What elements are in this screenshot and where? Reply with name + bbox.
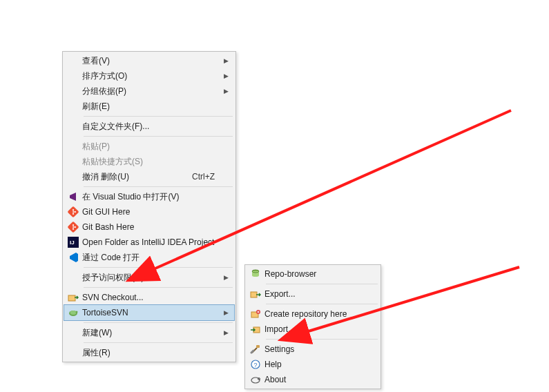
menu-item-label: Git GUI Here xyxy=(82,207,220,217)
separator xyxy=(84,267,233,268)
separator xyxy=(84,116,233,117)
svg-rect-18 xyxy=(251,292,257,297)
repo-browser-icon xyxy=(247,268,264,280)
svg-marker-11 xyxy=(70,253,78,262)
menu-item-label: 查看(V) xyxy=(82,55,220,67)
menu-item-label: 刷新(E) xyxy=(82,101,220,112)
menu-item-undo-delete[interactable]: 撤消 删除(U) Ctrl+Z xyxy=(64,169,234,184)
menu-item-properties[interactable]: 属性(R) xyxy=(64,345,234,360)
menu-item-open-visual-studio[interactable]: 在 Visual Studio 中打开(V) xyxy=(64,189,234,204)
separator xyxy=(84,287,233,288)
menu-item-label: 粘贴(P) xyxy=(82,141,220,153)
chevron-right-icon: ▶ xyxy=(224,88,229,95)
menu-item-label: Settings xyxy=(264,344,365,354)
menu-item-tortoisesvn[interactable]: TortoiseSVN ▶ xyxy=(64,304,235,321)
svn-checkout-icon xyxy=(64,292,82,303)
menu-item-view[interactable]: 查看(V) ▶ xyxy=(64,53,234,68)
git-icon xyxy=(64,206,82,217)
svg-point-15 xyxy=(76,311,78,313)
menu-item-paste-shortcut: 粘贴快捷方式(S) xyxy=(64,154,234,169)
separator xyxy=(266,339,378,340)
chevron-right-icon: ▶ xyxy=(224,329,229,336)
menu-item-label: 分组依据(P) xyxy=(82,86,220,97)
menu-item-label: 自定义文件夹(F)... xyxy=(82,121,220,133)
vscode-icon xyxy=(64,252,82,263)
menu-item-vscode[interactable]: 通过 Code 打开 xyxy=(64,250,234,265)
menu-item-label: 属性(R) xyxy=(82,347,220,359)
menu-item-label: Import... xyxy=(264,324,365,334)
svg-point-14 xyxy=(70,311,77,315)
chevron-right-icon: ▶ xyxy=(224,72,229,79)
visual-studio-icon xyxy=(64,191,82,202)
chevron-right-icon: ▶ xyxy=(224,309,229,316)
svg-text:?: ? xyxy=(254,362,258,369)
menu-item-group[interactable]: 分组依据(P) ▶ xyxy=(64,84,234,99)
separator xyxy=(84,322,233,323)
menu-item-git-bash[interactable]: Git Bash Here xyxy=(64,219,234,235)
submenu-item-settings[interactable]: Settings xyxy=(247,342,379,357)
tortoisesvn-icon xyxy=(64,307,82,318)
git-icon xyxy=(64,222,82,233)
submenu-item-import[interactable]: Import... xyxy=(247,322,379,337)
menu-item-label: Git Bash Here xyxy=(82,222,220,232)
menu-item-label: 通过 Code 打开 xyxy=(82,252,220,264)
menu-item-paste: 粘贴(P) xyxy=(64,139,234,154)
menu-item-label: 新建(W) xyxy=(82,327,220,339)
menu-item-label: Open Folder as IntelliJ IDEA Project xyxy=(82,237,256,247)
intellij-icon: IJ xyxy=(64,237,82,248)
menu-item-refresh[interactable]: 刷新(E) xyxy=(64,99,234,114)
submenu-item-repo-browser[interactable]: Repo-browser xyxy=(247,266,379,282)
menu-item-label: About xyxy=(264,375,365,384)
submenu-item-about[interactable]: About xyxy=(247,372,379,387)
import-icon xyxy=(247,324,264,335)
separator xyxy=(84,136,233,137)
svg-rect-22 xyxy=(256,345,260,348)
shortcut-label: Ctrl+Z xyxy=(192,172,215,182)
menu-item-label: TortoiseSVN xyxy=(82,308,220,317)
create-repo-icon xyxy=(247,308,264,320)
menu-item-svn-checkout[interactable]: SVN Checkout... xyxy=(64,290,234,305)
svg-rect-12 xyxy=(68,295,75,301)
menu-item-label: Repo-browser xyxy=(264,269,365,279)
menu-item-git-gui[interactable]: Git GUI Here xyxy=(64,204,234,219)
menu-item-label: SVN Checkout... xyxy=(82,293,220,302)
menu-item-label: 粘贴快捷方式(S) xyxy=(82,156,220,168)
menu-item-label: 在 Visual Studio 中打开(V) xyxy=(82,191,221,203)
separator xyxy=(84,342,233,343)
menu-item-sort[interactable]: 排序方式(O) ▶ xyxy=(64,68,234,84)
svg-text:IJ: IJ xyxy=(70,239,75,246)
about-icon xyxy=(247,374,264,385)
chevron-right-icon: ▶ xyxy=(224,274,229,281)
menu-item-label: 排序方式(O) xyxy=(82,70,220,82)
menu-item-label: 授予访问权限(G) xyxy=(82,272,220,284)
chevron-right-icon: ▶ xyxy=(224,57,229,64)
export-icon xyxy=(247,288,264,300)
menu-item-grant-access[interactable]: 授予访问权限(G) ▶ xyxy=(64,270,234,285)
menu-item-customize-folder[interactable]: 自定义文件夹(F)... xyxy=(64,119,234,134)
help-icon: ? xyxy=(247,359,264,370)
menu-item-label: Create repository here xyxy=(264,309,388,319)
submenu-item-export[interactable]: Export... xyxy=(247,286,379,302)
separator xyxy=(266,304,378,304)
menu-item-new[interactable]: 新建(W) ▶ xyxy=(64,325,234,340)
settings-icon xyxy=(247,344,264,355)
svg-marker-0 xyxy=(70,193,76,201)
tortoisesvn-submenu[interactable]: Repo-browser Export... Create repository… xyxy=(244,264,381,389)
menu-item-label: Export... xyxy=(264,289,365,299)
context-menu[interactable]: 查看(V) ▶ 排序方式(O) ▶ 分组依据(P) ▶ 刷新(E) 自定义文件夹… xyxy=(62,51,236,362)
submenu-item-help[interactable]: ? Help xyxy=(247,357,379,372)
menu-item-intellij[interactable]: IJ Open Folder as IntelliJ IDEA Project xyxy=(64,235,234,250)
separator xyxy=(84,186,233,187)
submenu-item-create-repository[interactable]: Create repository here xyxy=(247,306,379,322)
menu-item-label: Help xyxy=(264,360,365,369)
separator xyxy=(266,284,378,284)
